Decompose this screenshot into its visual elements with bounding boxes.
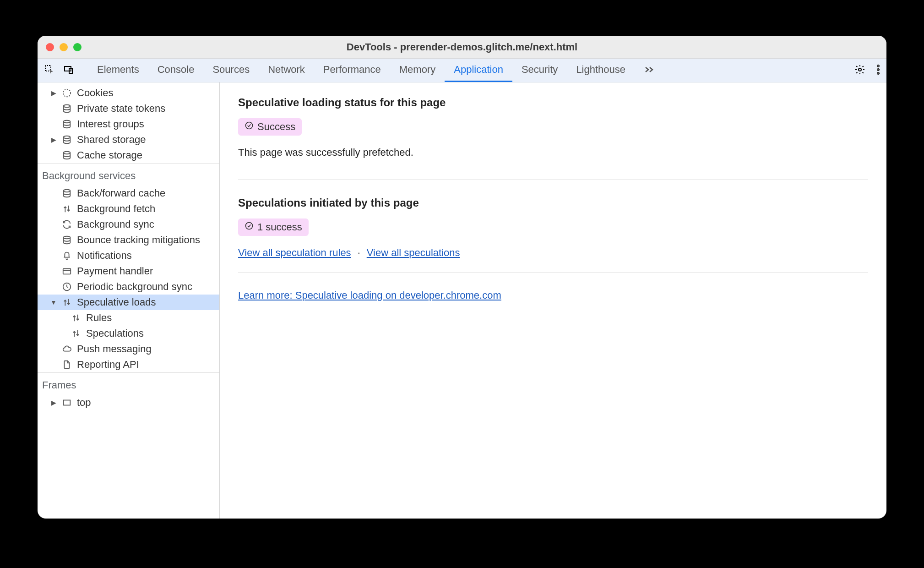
initiated-badge-label: 1 success (257, 221, 302, 233)
learn-more-link[interactable]: Learn more: Speculative loading on devel… (238, 289, 501, 301)
svg-rect-14 (63, 269, 71, 274)
main-content: Speculative loading status for this page… (220, 82, 886, 519)
sidebar-item-speculations[interactable]: Speculations (38, 326, 219, 341)
svg-point-11 (64, 152, 71, 154)
status-text: This page was successfully prefetched. (238, 147, 868, 158)
sidebar-item-bounce-tracking[interactable]: Bounce tracking mitigations (38, 232, 219, 248)
status-badge: Success (238, 118, 302, 136)
sidebar-section-background-services: Background services (38, 163, 219, 186)
tab-performance[interactable]: Performance (314, 59, 390, 82)
sidebar-item-label: Private state tokens (77, 103, 165, 115)
sidebar-item-back-forward-cache[interactable]: Back/forward cache (38, 186, 219, 201)
tab-lighthouse[interactable]: Lighthouse (567, 59, 635, 82)
svg-point-9 (64, 120, 71, 123)
card-icon (61, 266, 72, 277)
sidebar-item-payment-handler[interactable]: Payment handler (38, 263, 219, 279)
svg-point-17 (246, 122, 253, 129)
devtools-window: DevTools - prerender-demos.glitch.me/nex… (38, 36, 886, 519)
more-options-icon[interactable] (876, 64, 880, 77)
svg-point-18 (246, 223, 253, 229)
chevron-down-icon: ▼ (50, 299, 57, 306)
status-section: Speculative loading status for this page… (238, 96, 868, 180)
tab-network[interactable]: Network (259, 59, 314, 82)
database-icon (61, 235, 72, 246)
cookie-icon (61, 87, 72, 98)
titlebar: DevTools - prerender-demos.glitch.me/nex… (38, 36, 886, 59)
sidebar-item-label: Cookies (77, 87, 113, 99)
initiated-badge: 1 success (238, 218, 309, 236)
check-circle-icon (245, 221, 254, 233)
traffic-lights (46, 43, 82, 51)
device-toolbar-icon[interactable] (63, 64, 74, 77)
svg-point-7 (63, 89, 71, 97)
sidebar-item-speculative-loads[interactable]: ▼ Speculative loads (38, 295, 219, 310)
database-icon (61, 119, 72, 130)
sidebar-item-label: Speculative loads (77, 296, 156, 308)
svg-point-3 (859, 68, 861, 71)
sidebar-item-top-frame[interactable]: ▶ top (38, 395, 219, 410)
sidebar-item-label: Bounce tracking mitigations (77, 234, 200, 246)
chevron-right-icon: ▶ (50, 136, 57, 143)
maximize-window-button[interactable] (73, 43, 82, 51)
updown-icon (61, 203, 72, 214)
close-window-button[interactable] (46, 43, 54, 51)
sidebar-item-label: Interest groups (77, 118, 144, 130)
sidebar-item-cookies[interactable]: ▶ Cookies (38, 85, 219, 101)
sidebar-item-cache-storage[interactable]: Cache storage (38, 147, 219, 163)
view-speculations-link[interactable]: View all speculations (367, 247, 460, 259)
svg-point-6 (877, 72, 880, 74)
sidebar-item-shared-storage[interactable]: ▶ Shared storage (38, 132, 219, 147)
tab-memory[interactable]: Memory (390, 59, 445, 82)
application-sidebar: ▶ Cookies Private state tokens Interest … (38, 82, 220, 519)
more-tabs-button[interactable] (635, 59, 664, 82)
svg-point-13 (64, 236, 71, 239)
minimize-window-button[interactable] (60, 43, 68, 51)
sidebar-item-background-fetch[interactable]: Background fetch (38, 201, 219, 217)
document-icon (61, 359, 72, 370)
tab-elements[interactable]: Elements (88, 59, 148, 82)
sidebar-item-background-sync[interactable]: Background sync (38, 217, 219, 232)
svg-point-10 (64, 136, 71, 139)
links-row: View all speculation rules · View all sp… (238, 247, 868, 259)
sidebar-item-rules[interactable]: Rules (38, 310, 219, 326)
view-rules-link[interactable]: View all speculation rules (238, 247, 351, 259)
sidebar-item-label: Reporting API (77, 359, 139, 371)
status-badge-label: Success (257, 121, 295, 133)
sidebar-item-label: Back/forward cache (77, 187, 165, 199)
updown-icon (61, 297, 72, 308)
separator-dot: · (358, 247, 360, 259)
clock-icon (61, 281, 72, 292)
window-title: DevTools - prerender-demos.glitch.me/nex… (38, 41, 886, 53)
tab-sources[interactable]: Sources (203, 59, 259, 82)
frame-icon (61, 397, 72, 408)
tab-security[interactable]: Security (512, 59, 567, 82)
chevron-right-icon: ▶ (50, 399, 57, 406)
settings-icon[interactable] (854, 64, 865, 77)
sidebar-item-private-state-tokens[interactable]: Private state tokens (38, 101, 219, 116)
cloud-icon (61, 344, 72, 355)
updown-icon (71, 312, 82, 323)
database-icon (61, 103, 72, 114)
sidebar-item-label: Background sync (77, 218, 154, 230)
status-heading: Speculative loading status for this page (238, 96, 868, 109)
sidebar-item-label: Notifications (77, 250, 132, 262)
updown-icon (71, 328, 82, 339)
sidebar-item-label: Push messaging (77, 343, 152, 355)
tab-console[interactable]: Console (148, 59, 204, 82)
panel-body: ▶ Cookies Private state tokens Interest … (38, 82, 886, 519)
svg-point-4 (877, 65, 880, 67)
inspect-element-icon[interactable] (44, 64, 55, 77)
svg-rect-16 (64, 400, 71, 405)
sidebar-item-interest-groups[interactable]: Interest groups (38, 116, 219, 132)
sidebar-item-label: Rules (86, 312, 112, 324)
sidebar-item-periodic-sync[interactable]: Periodic background sync (38, 279, 219, 295)
sidebar-item-notifications[interactable]: Notifications (38, 248, 219, 263)
initiated-section: Speculations initiated by this page 1 su… (238, 197, 868, 273)
sidebar-item-label: Payment handler (77, 265, 153, 277)
tab-application[interactable]: Application (445, 59, 512, 82)
sidebar-item-push-messaging[interactable]: Push messaging (38, 341, 219, 357)
chevron-right-icon: ▶ (50, 89, 57, 97)
sidebar-item-label: Periodic background sync (77, 281, 192, 293)
devtools-toolbar: Elements Console Sources Network Perform… (38, 59, 886, 82)
sidebar-item-reporting-api[interactable]: Reporting API (38, 357, 219, 372)
